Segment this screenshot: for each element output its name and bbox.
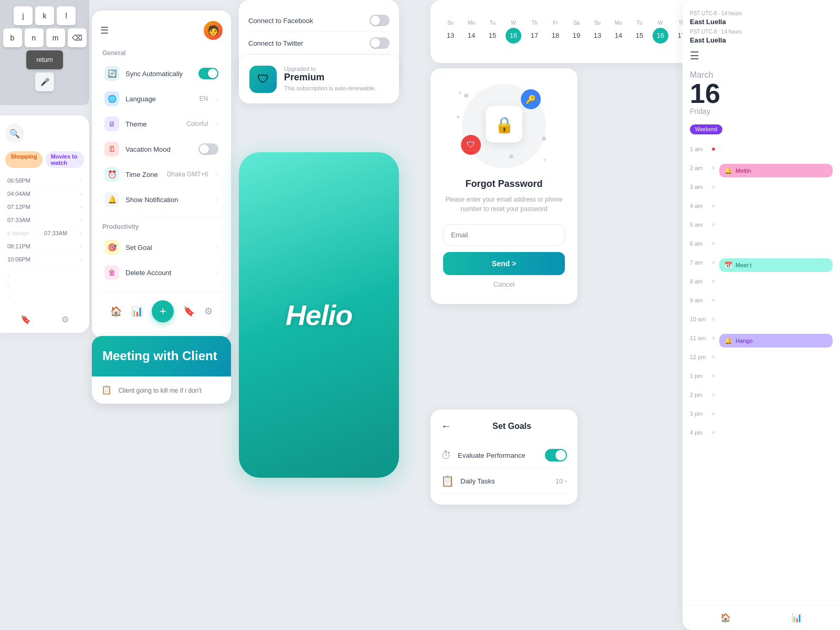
- cal-day-8[interactable]: Mo 14: [609, 20, 628, 44]
- cal-day-2[interactable]: Tu 15: [483, 20, 502, 44]
- send-button[interactable]: Send >: [443, 252, 565, 275]
- cal-day-7[interactable]: Su 13: [588, 20, 607, 44]
- schedule-menu-icon[interactable]: ☰: [690, 49, 833, 62]
- clock-city-1: East Luella: [690, 18, 833, 26]
- slot-3am: 3 am: [690, 183, 833, 197]
- cal-day-4[interactable]: Th 17: [525, 20, 544, 44]
- tag-shopping[interactable]: Shopping: [5, 151, 43, 168]
- slot-8am: 8 am: [690, 277, 833, 292]
- premium-icon: 🛡: [249, 66, 277, 93]
- cal-day-9[interactable]: Tu 15: [630, 20, 649, 44]
- dot-1pm: [712, 374, 715, 377]
- tasks-label: Daily Tasks: [460, 477, 549, 485]
- event-mettin[interactable]: 🔔 Mettin: [719, 164, 833, 177]
- vacation-icon: 🗓: [104, 142, 119, 156]
- time-val-4: 07:33AM: [7, 217, 30, 223]
- avatar[interactable]: 🧑: [204, 21, 223, 40]
- meeting-body-icon: 📋: [101, 385, 112, 394]
- goals-back-button[interactable]: ←: [441, 420, 452, 432]
- event-meet[interactable]: 📅 Meet t: [719, 258, 833, 272]
- key-k[interactable]: k: [35, 6, 54, 25]
- delete-chevron: ›: [216, 269, 218, 276]
- nav-chart-icon[interactable]: 📊: [131, 306, 143, 317]
- twitter-toggle[interactable]: [370, 37, 390, 49]
- forgot-password-panel: 🔒 🔑 🛡 + + Forgot Password Please enter y…: [430, 68, 578, 304]
- goal-chevron: ›: [216, 244, 218, 250]
- setting-delete[interactable]: 🗑 Delete Account ›: [100, 260, 223, 285]
- event-hango[interactable]: 🔔 Hango: [719, 334, 833, 348]
- menu-icon[interactable]: ☰: [100, 25, 109, 36]
- time-val-1: 06:58PM: [7, 177, 30, 184]
- time-val-2: 04:04AM: [7, 191, 30, 197]
- slot-4pm: 4 pm: [690, 428, 833, 443]
- meeting-title: Meeting with Client: [102, 349, 220, 364]
- key-backspace[interactable]: ⌫: [68, 28, 87, 47]
- nav-plus-button[interactable]: +: [152, 300, 174, 322]
- setting-vacation[interactable]: 🗓 Vacation Mood: [100, 136, 223, 162]
- schedule-badge[interactable]: Weekend: [690, 124, 722, 134]
- settings-panel: ☰ 🧑 General 🔄 Sync Automatically 🌐 Langu…: [92, 10, 231, 338]
- time-chevron-2: ›: [80, 191, 82, 197]
- slot-2pm: 2 pm: [690, 391, 833, 405]
- key-mic[interactable]: 🎤: [35, 72, 54, 91]
- clock-city-2: East Luella: [690, 36, 833, 44]
- slot-7am: 7 am 📅 Meet t: [690, 258, 833, 273]
- timezone-label: Time Zone: [125, 171, 161, 178]
- setting-timezone[interactable]: ⏰ Time Zone Dhaka GMT+6 ›: [100, 162, 223, 187]
- nav-bookmark-icon[interactable]: 🔖: [183, 306, 195, 317]
- goal-evaluate[interactable]: ⏱ Evaluate Performance: [441, 443, 567, 468]
- setting-goal[interactable]: 🎯 Set Goal ›: [100, 235, 223, 260]
- dot-2am: [712, 166, 715, 170]
- goal-daily-tasks[interactable]: 📋 Daily Tasks 10 ›: [441, 468, 567, 494]
- cal-day-10[interactable]: W 16: [651, 20, 670, 44]
- cancel-link[interactable]: Cancel: [443, 280, 565, 288]
- plus-deco-2: +: [543, 155, 547, 164]
- tasks-count: 10 ›: [555, 477, 567, 485]
- social-twitter[interactable]: Connect to Twitter: [248, 32, 390, 55]
- notification-icon: 🔔: [104, 192, 119, 207]
- cal-day-0[interactable]: Su 13: [441, 20, 460, 44]
- time-entry-4: 07:33AM ›: [5, 214, 84, 227]
- nav-gear-icon[interactable]: ⚙: [204, 306, 213, 317]
- nav-home-icon[interactable]: 🏠: [110, 306, 122, 317]
- cal-day-5[interactable]: Fr 18: [546, 20, 565, 44]
- clock-tz-label-1: PST UTC-8 · 14 hours: [690, 10, 833, 16]
- social-facebook[interactable]: Connect to Facebook: [248, 9, 390, 32]
- evaluate-toggle[interactable]: [545, 449, 567, 461]
- sched-home-icon[interactable]: 🏠: [720, 613, 731, 623]
- delete-icon: 🗑: [104, 265, 119, 280]
- dot-12pm: [712, 355, 715, 359]
- cal-day-1[interactable]: Mo 14: [462, 20, 481, 44]
- vacation-toggle[interactable]: [198, 143, 218, 155]
- key-return[interactable]: return: [26, 50, 63, 69]
- sync-icon: 🔄: [104, 66, 119, 81]
- act-gear-icon[interactable]: ⚙: [61, 314, 69, 324]
- language-chevron: ›: [216, 96, 218, 102]
- key-l[interactable]: l: [57, 6, 76, 25]
- sync-toggle[interactable]: [198, 68, 218, 79]
- key-b[interactable]: b: [3, 28, 22, 47]
- sched-chart-icon[interactable]: 📊: [792, 613, 802, 623]
- tasks-icon: 📋: [441, 475, 454, 487]
- key-m[interactable]: m: [46, 28, 65, 47]
- act-bookmark-icon[interactable]: 🔖: [20, 314, 31, 324]
- key-j[interactable]: j: [14, 6, 33, 25]
- slot-3pm: 3 pm: [690, 410, 833, 424]
- time-chevron-6: ›: [80, 244, 82, 249]
- meeting-desc: Client going to kill me if i don't: [118, 387, 201, 394]
- tag-movies[interactable]: Movies to watch: [46, 151, 84, 168]
- setting-sync[interactable]: 🔄 Sync Automatically: [100, 61, 223, 86]
- cal-day-today[interactable]: W 16: [504, 20, 523, 44]
- facebook-label: Connect to Facebook: [248, 17, 363, 25]
- key-n[interactable]: n: [25, 28, 44, 47]
- theme-value: Colorful: [186, 120, 208, 128]
- email-input[interactable]: [443, 224, 565, 246]
- setting-language[interactable]: 🌐 Language EN ›: [100, 86, 223, 111]
- facebook-toggle[interactable]: [370, 15, 390, 26]
- setting-notification[interactable]: 🔔 Show Notification ›: [100, 187, 223, 212]
- cal-day-6[interactable]: Sa 19: [567, 20, 586, 44]
- time-entry-7: 10:06PM ›: [5, 253, 84, 266]
- timezone-value: Dhaka GMT+6: [167, 171, 208, 178]
- search-box[interactable]: 🔍: [5, 124, 24, 143]
- setting-theme[interactable]: 🖥 Theme Colorful ›: [100, 111, 223, 136]
